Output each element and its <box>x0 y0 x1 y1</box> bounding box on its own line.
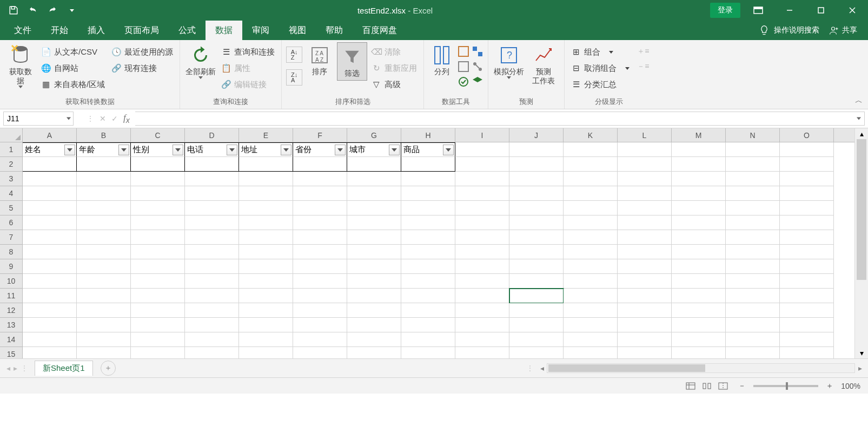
filter-dropdown-button[interactable] <box>227 145 237 155</box>
split-handle[interactable]: ⋮ <box>87 114 94 123</box>
cell[interactable] <box>618 215 672 230</box>
consolidate-button[interactable] <box>472 45 483 57</box>
cell[interactable] <box>564 142 618 157</box>
sheet-tab[interactable]: 新Sheet页1 <box>35 361 93 376</box>
cell[interactable] <box>509 157 564 172</box>
row-header[interactable]: 2 <box>0 157 23 172</box>
cell[interactable] <box>347 274 401 289</box>
cell[interactable] <box>455 274 509 289</box>
hscroll-right-button[interactable]: ▸ <box>855 363 865 373</box>
filter-dropdown-button[interactable] <box>118 145 129 155</box>
ungroup-button[interactable]: ⊟取消组合 <box>569 61 632 76</box>
name-box[interactable]: J11 <box>3 112 74 126</box>
advanced-filter-button[interactable]: ▽高级 <box>369 77 419 92</box>
column-header[interactable]: J <box>509 128 564 142</box>
from-web-button[interactable]: 🌐自网站 <box>39 61 107 76</box>
row-header[interactable]: 6 <box>0 215 23 230</box>
column-header[interactable]: N <box>726 128 780 142</box>
cell[interactable] <box>401 186 455 201</box>
scroll-down-button[interactable]: ▾ <box>860 349 864 357</box>
cell[interactable] <box>347 172 401 186</box>
reapply-button[interactable]: ↻重新应用 <box>369 61 419 76</box>
cell[interactable] <box>293 186 347 201</box>
cell[interactable] <box>401 215 455 230</box>
row-header[interactable]: 3 <box>0 172 23 186</box>
cell[interactable] <box>185 332 239 347</box>
cell[interactable] <box>672 172 726 186</box>
cell[interactable] <box>726 318 780 332</box>
cell[interactable] <box>401 259 455 274</box>
cell[interactable] <box>618 318 672 332</box>
cell[interactable] <box>618 186 672 201</box>
cell[interactable] <box>672 157 726 172</box>
flash-fill-button[interactable] <box>458 45 469 57</box>
cell[interactable]: 性别 <box>131 142 185 157</box>
cell[interactable] <box>726 230 780 245</box>
cell[interactable] <box>455 157 509 172</box>
cell[interactable] <box>239 215 293 230</box>
row-header[interactable]: 5 <box>0 201 23 215</box>
cell[interactable] <box>131 274 185 289</box>
cell[interactable] <box>455 259 509 274</box>
zoom-slider[interactable] <box>753 385 818 387</box>
share-button[interactable]: 共享 <box>829 25 857 35</box>
cell[interactable] <box>293 245 347 259</box>
cell[interactable] <box>77 289 131 303</box>
remove-duplicates-button[interactable] <box>458 61 469 73</box>
qat-customize-button[interactable] <box>64 3 80 18</box>
cell[interactable] <box>672 186 726 201</box>
cell[interactable] <box>564 172 618 186</box>
cell[interactable] <box>401 347 455 358</box>
cell[interactable] <box>780 318 834 332</box>
cell[interactable] <box>618 332 672 347</box>
cell[interactable] <box>185 172 239 186</box>
cell[interactable] <box>509 347 564 358</box>
cell[interactable] <box>131 318 185 332</box>
cell[interactable] <box>131 186 185 201</box>
cell[interactable] <box>509 303 564 318</box>
cell[interactable] <box>77 245 131 259</box>
filter-dropdown-button[interactable] <box>173 145 183 155</box>
row-header[interactable]: 7 <box>0 230 23 245</box>
hide-detail-button[interactable]: －≡ <box>637 62 649 71</box>
cell[interactable]: 省份 <box>293 142 347 157</box>
existing-connections-button[interactable]: 🔗现有连接 <box>109 61 175 76</box>
cell[interactable] <box>401 172 455 186</box>
cell[interactable]: 商品 <box>401 142 455 157</box>
cell[interactable] <box>77 332 131 347</box>
column-header[interactable]: F <box>293 128 347 142</box>
cell[interactable] <box>564 201 618 215</box>
cell[interactable] <box>780 157 834 172</box>
cell[interactable] <box>780 289 834 303</box>
column-header[interactable]: C <box>131 128 185 142</box>
cell[interactable] <box>672 274 726 289</box>
sheet-nav-prev[interactable]: ◂ <box>6 364 10 372</box>
cell[interactable] <box>780 142 834 157</box>
cell[interactable] <box>131 157 185 172</box>
cell[interactable] <box>347 289 401 303</box>
normal-view-button[interactable] <box>683 380 698 392</box>
cell[interactable] <box>185 347 239 358</box>
cell[interactable] <box>726 259 780 274</box>
cell[interactable] <box>618 274 672 289</box>
column-header[interactable]: A <box>23 128 77 142</box>
cell[interactable] <box>185 318 239 332</box>
cell[interactable] <box>239 186 293 201</box>
tab-view[interactable]: 视图 <box>279 21 316 40</box>
sheet-nav-next[interactable]: ▸ <box>14 364 17 372</box>
cell[interactable] <box>618 303 672 318</box>
cell[interactable] <box>239 172 293 186</box>
cell[interactable] <box>185 259 239 274</box>
cell[interactable] <box>77 303 131 318</box>
cell[interactable] <box>185 215 239 230</box>
cell[interactable] <box>131 347 185 358</box>
maximize-button[interactable] <box>805 0 837 21</box>
row-header[interactable]: 1 <box>0 142 23 157</box>
subtotal-button[interactable]: ☰分类汇总 <box>569 77 632 92</box>
cell[interactable] <box>347 230 401 245</box>
cell[interactable] <box>185 245 239 259</box>
cell[interactable] <box>401 318 455 332</box>
column-header[interactable]: G <box>347 128 401 142</box>
tab-review[interactable]: 审阅 <box>242 21 279 40</box>
cell[interactable] <box>564 157 618 172</box>
